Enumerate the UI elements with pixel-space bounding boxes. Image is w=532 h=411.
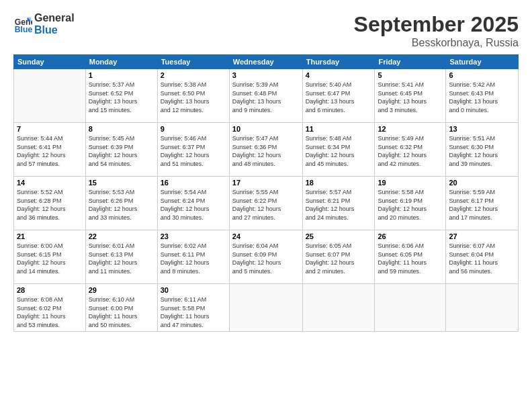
day-number: 30 — [161, 286, 226, 294]
calendar-cell: 1Sunrise: 5:37 AM Sunset: 6:52 PM Daylig… — [85, 69, 157, 123]
calendar-cell: 3Sunrise: 5:39 AM Sunset: 6:48 PM Daylig… — [229, 69, 302, 123]
calendar-cell: 27Sunrise: 6:07 AM Sunset: 6:04 PM Dayli… — [446, 230, 519, 284]
header: General Blue General Blue September 2025… — [13, 12, 519, 49]
calendar-cell: 16Sunrise: 5:54 AM Sunset: 6:24 PM Dayli… — [157, 177, 229, 230]
logo-line2: Blue — [34, 24, 75, 36]
day-info: Sunrise: 5:41 AM Sunset: 6:45 PM Dayligh… — [378, 81, 443, 114]
day-number: 19 — [378, 179, 443, 187]
calendar-cell: 14Sunrise: 5:52 AM Sunset: 6:28 PM Dayli… — [14, 177, 86, 230]
day-number: 4 — [306, 71, 372, 79]
calendar-cell: 26Sunrise: 6:06 AM Sunset: 6:05 PM Dayli… — [375, 230, 446, 284]
day-number: 21 — [17, 232, 83, 240]
calendar-cell: 24Sunrise: 6:04 AM Sunset: 6:09 PM Dayli… — [229, 230, 302, 284]
calendar-header-row: SundayMondayTuesdayWednesdayThursdayFrid… — [14, 55, 519, 69]
location: Besskorbnaya, Russia — [354, 37, 519, 49]
day-info: Sunrise: 6:06 AM Sunset: 6:05 PM Dayligh… — [378, 242, 443, 275]
day-info: Sunrise: 6:00 AM Sunset: 6:15 PM Dayligh… — [17, 242, 83, 275]
calendar-header-tuesday: Tuesday — [157, 55, 229, 69]
logo-icon: General Blue — [13, 15, 32, 34]
calendar-cell: 6Sunrise: 5:42 AM Sunset: 6:43 PM Daylig… — [446, 69, 519, 123]
day-info: Sunrise: 5:59 AM Sunset: 6:17 PM Dayligh… — [449, 188, 515, 222]
day-info: Sunrise: 5:46 AM Sunset: 6:37 PM Dayligh… — [161, 134, 226, 168]
calendar-cell: 17Sunrise: 5:55 AM Sunset: 6:22 PM Dayli… — [229, 177, 302, 230]
calendar-table: SundayMondayTuesdayWednesdayThursdayFrid… — [13, 54, 519, 332]
day-number: 26 — [378, 232, 443, 240]
calendar-cell: 25Sunrise: 6:05 AM Sunset: 6:07 PM Dayli… — [302, 230, 375, 284]
calendar-cell: 5Sunrise: 5:41 AM Sunset: 6:45 PM Daylig… — [375, 69, 446, 123]
calendar-header-wednesday: Wednesday — [229, 55, 302, 69]
day-info: Sunrise: 6:08 AM Sunset: 6:02 PM Dayligh… — [17, 295, 83, 329]
day-info: Sunrise: 5:52 AM Sunset: 6:28 PM Dayligh… — [17, 188, 83, 222]
calendar-cell: 2Sunrise: 5:38 AM Sunset: 6:50 PM Daylig… — [157, 69, 229, 123]
day-info: Sunrise: 6:05 AM Sunset: 6:07 PM Dayligh… — [306, 242, 372, 275]
day-info: Sunrise: 5:51 AM Sunset: 6:30 PM Dayligh… — [449, 134, 515, 168]
calendar-cell: 19Sunrise: 5:58 AM Sunset: 6:19 PM Dayli… — [375, 177, 446, 230]
calendar-header-saturday: Saturday — [446, 55, 519, 69]
day-info: Sunrise: 5:47 AM Sunset: 6:36 PM Dayligh… — [232, 134, 300, 168]
calendar-header-monday: Monday — [85, 55, 157, 69]
week-row-2: 7Sunrise: 5:44 AM Sunset: 6:41 PM Daylig… — [14, 123, 519, 177]
calendar-cell: 28Sunrise: 6:08 AM Sunset: 6:02 PM Dayli… — [14, 284, 86, 332]
day-number: 6 — [449, 71, 515, 79]
calendar-cell: 9Sunrise: 5:46 AM Sunset: 6:37 PM Daylig… — [157, 123, 229, 177]
day-info: Sunrise: 5:39 AM Sunset: 6:48 PM Dayligh… — [232, 81, 300, 114]
day-info: Sunrise: 6:02 AM Sunset: 6:11 PM Dayligh… — [161, 242, 226, 275]
calendar-cell — [229, 284, 302, 332]
day-info: Sunrise: 6:07 AM Sunset: 6:04 PM Dayligh… — [449, 242, 515, 275]
day-info: Sunrise: 6:11 AM Sunset: 5:58 PM Dayligh… — [161, 295, 226, 329]
calendar-cell — [302, 284, 375, 332]
calendar-cell: 20Sunrise: 5:59 AM Sunset: 6:17 PM Dayli… — [446, 177, 519, 230]
day-info: Sunrise: 6:10 AM Sunset: 6:00 PM Dayligh… — [89, 295, 154, 329]
day-info: Sunrise: 5:45 AM Sunset: 6:39 PM Dayligh… — [89, 134, 154, 168]
day-info: Sunrise: 5:53 AM Sunset: 6:26 PM Dayligh… — [89, 188, 154, 222]
calendar-header-thursday: Thursday — [302, 55, 375, 69]
day-number: 7 — [17, 125, 83, 133]
day-info: Sunrise: 5:42 AM Sunset: 6:43 PM Dayligh… — [449, 81, 515, 114]
calendar-cell: 11Sunrise: 5:48 AM Sunset: 6:34 PM Dayli… — [302, 123, 375, 177]
day-number: 14 — [17, 179, 83, 187]
day-number: 29 — [89, 286, 154, 294]
day-number: 10 — [232, 125, 300, 133]
week-row-3: 14Sunrise: 5:52 AM Sunset: 6:28 PM Dayli… — [14, 177, 519, 230]
week-row-5: 28Sunrise: 6:08 AM Sunset: 6:02 PM Dayli… — [14, 284, 519, 332]
day-number: 9 — [161, 125, 226, 133]
calendar-cell: 4Sunrise: 5:40 AM Sunset: 6:47 PM Daylig… — [302, 69, 375, 123]
day-number: 23 — [161, 232, 226, 240]
day-number: 17 — [232, 179, 300, 187]
calendar-cell: 7Sunrise: 5:44 AM Sunset: 6:41 PM Daylig… — [14, 123, 86, 177]
day-info: Sunrise: 6:04 AM Sunset: 6:09 PM Dayligh… — [232, 242, 300, 275]
day-info: Sunrise: 5:44 AM Sunset: 6:41 PM Dayligh… — [17, 134, 83, 168]
day-info: Sunrise: 5:57 AM Sunset: 6:21 PM Dayligh… — [306, 188, 372, 222]
day-info: Sunrise: 5:49 AM Sunset: 6:32 PM Dayligh… — [378, 134, 443, 168]
day-number: 27 — [449, 232, 515, 240]
calendar-cell: 30Sunrise: 6:11 AM Sunset: 5:58 PM Dayli… — [157, 284, 229, 332]
day-number: 12 — [378, 125, 443, 133]
day-number: 5 — [378, 71, 443, 79]
day-number: 16 — [161, 179, 226, 187]
day-number: 1 — [89, 71, 154, 79]
calendar-cell: 13Sunrise: 5:51 AM Sunset: 6:30 PM Dayli… — [446, 123, 519, 177]
day-number: 24 — [232, 232, 300, 240]
day-info: Sunrise: 5:48 AM Sunset: 6:34 PM Dayligh… — [306, 134, 372, 168]
calendar-cell: 10Sunrise: 5:47 AM Sunset: 6:36 PM Dayli… — [229, 123, 302, 177]
calendar-cell: 8Sunrise: 5:45 AM Sunset: 6:39 PM Daylig… — [85, 123, 157, 177]
week-row-1: 1Sunrise: 5:37 AM Sunset: 6:52 PM Daylig… — [14, 69, 519, 123]
day-number: 25 — [306, 232, 372, 240]
logo-line1: General — [34, 12, 75, 24]
svg-text:Blue: Blue — [15, 25, 32, 34]
day-number: 2 — [161, 71, 226, 79]
day-info: Sunrise: 5:38 AM Sunset: 6:50 PM Dayligh… — [161, 81, 226, 114]
day-number: 18 — [306, 179, 372, 187]
day-number: 22 — [89, 232, 154, 240]
day-info: Sunrise: 5:40 AM Sunset: 6:47 PM Dayligh… — [306, 81, 372, 114]
calendar-cell — [14, 69, 86, 123]
day-number: 13 — [449, 125, 515, 133]
day-number: 15 — [89, 179, 154, 187]
day-info: Sunrise: 5:37 AM Sunset: 6:52 PM Dayligh… — [89, 81, 154, 114]
calendar-cell — [446, 284, 519, 332]
week-row-4: 21Sunrise: 6:00 AM Sunset: 6:15 PM Dayli… — [14, 230, 519, 284]
title-block: September 2025 Besskorbnaya, Russia — [354, 12, 519, 49]
day-info: Sunrise: 5:58 AM Sunset: 6:19 PM Dayligh… — [378, 188, 443, 222]
day-info: Sunrise: 6:01 AM Sunset: 6:13 PM Dayligh… — [89, 242, 154, 275]
day-info: Sunrise: 5:54 AM Sunset: 6:24 PM Dayligh… — [161, 188, 226, 222]
